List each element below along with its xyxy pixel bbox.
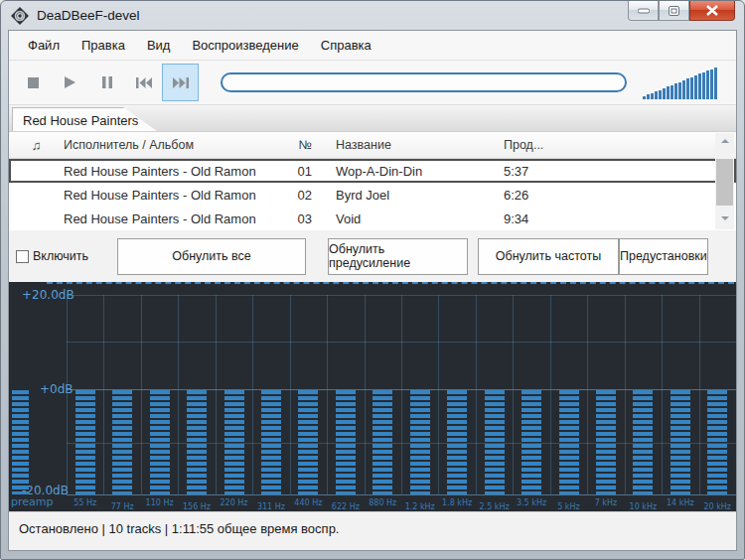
next-track-button[interactable] — [162, 64, 199, 101]
eq-grid: 55 Hz77 Hz110 Hz156 Hz220 Hz311 Hz440 Hz… — [67, 295, 736, 494]
volume-bar — [694, 75, 697, 99]
column-title[interactable]: Название — [320, 138, 502, 152]
eq-grid-line — [699, 295, 700, 494]
table-row[interactable]: Red House Painters - Old Ramon 03 Void 9… — [9, 207, 736, 230]
pause-button[interactable] — [88, 64, 125, 101]
eq-button[interactable]: Обнулить все — [117, 238, 306, 275]
eq-band-label: 7 kHz — [587, 498, 624, 507]
scroll-down-icon[interactable] — [715, 210, 734, 225]
playlist-tab[interactable]: Red House Painters — [12, 107, 161, 131]
eq-band-slider[interactable] — [187, 390, 207, 494]
volume-bar — [710, 70, 713, 99]
eq-grid-line — [550, 295, 551, 494]
eq-band-slider[interactable] — [150, 390, 170, 494]
eq-band-slider[interactable] — [298, 390, 318, 494]
eq-band-label: 1.8 kHz — [438, 498, 475, 507]
eq-band-label: 622 Hz — [327, 502, 364, 511]
eq-button[interactable]: Предустановки — [619, 238, 708, 275]
table-row[interactable]: Red House Painters - Old Ramon 01 Wop-A-… — [9, 159, 736, 183]
eq-band-slider[interactable] — [670, 390, 690, 494]
eq-band-slider[interactable] — [447, 390, 467, 494]
eq-band-slider[interactable] — [410, 390, 430, 494]
maximize-button[interactable] — [659, 1, 689, 21]
eq-band-slider[interactable] — [633, 390, 653, 494]
volume-bar — [698, 73, 701, 99]
column-artist-album[interactable]: Исполнитель / Альбом — [64, 138, 297, 152]
minimize-button[interactable] — [628, 1, 659, 21]
stop-button[interactable] — [15, 64, 52, 101]
eq-band-slider[interactable] — [707, 390, 727, 494]
eq-band-slider[interactable] — [485, 390, 505, 494]
playlist-tab-bar: Red House Painters — [9, 105, 736, 132]
volume-bar — [690, 77, 693, 99]
pause-icon — [102, 76, 112, 88]
eq-band-slider[interactable] — [75, 390, 95, 494]
cell-artist-album: Red House Painters - Old Ramon — [64, 164, 297, 179]
cell-number: 03 — [297, 211, 312, 226]
eq-button[interactable]: Обнулить предусиление — [328, 238, 468, 275]
eq-grid-line — [67, 494, 736, 495]
scrollbar-thumb[interactable] — [716, 159, 733, 206]
playlist-area: ♫ Исполнитель / Альбом № Название Прод..… — [9, 132, 736, 230]
app-logo-icon — [11, 7, 29, 25]
eq-focus-dashed-border — [47, 282, 734, 284]
table-row[interactable]: Red House Painters - Old Ramon 02 Byrd J… — [9, 183, 736, 207]
eq-enable-group: Включить — [16, 249, 103, 263]
volume-bar — [686, 78, 689, 99]
close-icon — [706, 5, 718, 16]
equalizer-panel[interactable]: +20.0dB +0dB -20.0dB preamp 55 Hz77 Hz11… — [9, 282, 736, 511]
volume-bar — [706, 70, 709, 99]
playlist-header[interactable]: ♫ Исполнитель / Альбом № Название Прод..… — [9, 132, 736, 159]
eq-band-label: 55 Hz — [67, 498, 103, 507]
cell-artist-album: Red House Painters - Old Ramon — [64, 188, 297, 203]
column-number[interactable]: № — [297, 138, 312, 152]
play-button[interactable] — [52, 64, 88, 101]
client-area: ФайлПравкаВидВоспроизведениеСправка Red … — [8, 30, 737, 551]
playlist-scrollbar[interactable] — [715, 133, 734, 229]
scroll-up-icon[interactable] — [715, 133, 734, 148]
eq-grid-line — [216, 295, 217, 494]
app-window: DeaDBeeF-devel ФайлПравкаВидВоспроизведе… — [0, 0, 745, 560]
menu-item[interactable]: Вид — [136, 31, 182, 61]
volume-slider[interactable] — [643, 66, 722, 99]
eq-band-slider[interactable] — [336, 390, 356, 494]
eq-enable-checkbox[interactable] — [16, 250, 29, 263]
cell-duration: 9:34 — [502, 211, 736, 226]
menu-item[interactable]: Воспроизведение — [181, 31, 309, 61]
eq-band-slider[interactable] — [522, 390, 541, 494]
eq-grid-line — [476, 295, 477, 494]
menu-item[interactable]: Файл — [17, 31, 71, 61]
volume-bar — [682, 80, 685, 99]
eq-band-slider[interactable] — [559, 390, 579, 494]
eq-preamp-slider[interactable] — [12, 390, 29, 494]
close-button[interactable] — [689, 1, 735, 21]
eq-band-label: 880 Hz — [365, 498, 401, 507]
eq-button[interactable]: Обнулить частоты — [478, 238, 619, 275]
cell-number: 01 — [297, 164, 312, 179]
seek-bar[interactable] — [221, 72, 627, 92]
stop-icon — [28, 77, 39, 88]
cell-title: Void — [320, 211, 502, 226]
cell-artist-album: Red House Painters - Old Ramon — [64, 211, 297, 226]
eq-band-slider[interactable] — [112, 390, 132, 494]
menu-item[interactable]: Правка — [71, 31, 136, 61]
playlist-rows: Red House Painters - Old Ramon 01 Wop-A-… — [9, 159, 736, 230]
column-duration[interactable]: Прод... — [502, 138, 736, 152]
eq-band-label: 20 kHz — [699, 502, 736, 511]
eq-grid-line — [67, 295, 68, 494]
eq-band-slider[interactable] — [224, 390, 244, 494]
title-bar[interactable]: DeaDBeeF-devel — [1, 1, 744, 30]
eq-grid-line — [327, 295, 328, 494]
menu-item[interactable]: Справка — [310, 31, 382, 61]
eq-band-slider[interactable] — [596, 390, 616, 494]
eq-grid-line — [587, 295, 588, 494]
eq-band-label: 2.5 kHz — [476, 502, 513, 511]
eq-grid-line — [438, 295, 439, 494]
eq-band-slider[interactable] — [261, 390, 281, 494]
eq-grid-line — [252, 295, 253, 494]
previous-track-icon — [136, 77, 152, 88]
previous-track-button[interactable] — [125, 64, 162, 101]
volume-bar — [714, 68, 717, 99]
eq-band-label: 1.2 kHz — [401, 502, 438, 511]
eq-band-slider[interactable] — [372, 390, 392, 494]
